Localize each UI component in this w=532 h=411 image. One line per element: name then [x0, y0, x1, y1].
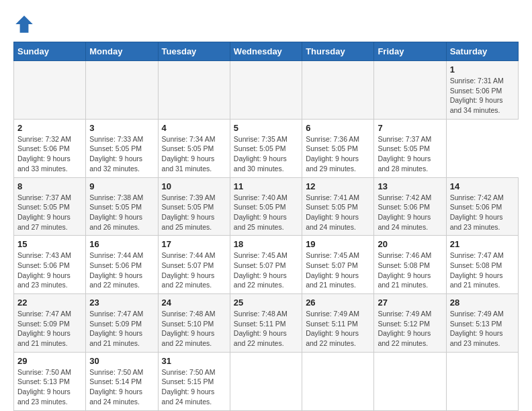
day-number: 22: [17, 298, 82, 308]
day-info: Sunrise: 7:41 AMSunset: 5:05 PMDaylight:…: [306, 193, 370, 232]
day-cell: 23Sunrise: 7:47 AMSunset: 5:09 PMDayligh…: [86, 294, 158, 353]
day-info: Sunrise: 7:46 AMSunset: 5:08 PMDaylight:…: [378, 250, 442, 290]
day-number: 9: [89, 181, 154, 191]
day-cell: 12Sunrise: 7:41 AMSunset: 5:05 PMDayligh…: [302, 177, 374, 236]
day-number: 7: [378, 123, 442, 133]
day-info: Sunrise: 7:42 AMSunset: 5:06 PMDaylight:…: [378, 193, 442, 232]
empty-cell: [374, 352, 446, 410]
day-info: Sunrise: 7:35 AMSunset: 5:05 PMDaylight:…: [234, 134, 298, 174]
day-number: 24: [162, 298, 226, 308]
day-info: Sunrise: 7:43 AMSunset: 5:06 PMDaylight:…: [17, 250, 82, 290]
day-cell: 2Sunrise: 7:32 AMSunset: 5:06 PMDaylight…: [14, 119, 86, 177]
day-cell: 10Sunrise: 7:39 AMSunset: 5:05 PMDayligh…: [158, 177, 230, 236]
day-cell: 28Sunrise: 7:49 AMSunset: 5:13 PMDayligh…: [446, 294, 518, 353]
day-number: 18: [234, 239, 298, 249]
day-cell: 20Sunrise: 7:46 AMSunset: 5:08 PMDayligh…: [374, 236, 446, 294]
day-number: 15: [17, 239, 82, 249]
days-of-week-row: SundayMondayTuesdayWednesdayThursdayFrid…: [14, 42, 519, 61]
day-cell: 9Sunrise: 7:38 AMSunset: 5:05 PMDaylight…: [86, 177, 158, 236]
day-cell: 18Sunrise: 7:45 AMSunset: 5:07 PMDayligh…: [230, 236, 302, 294]
day-info: Sunrise: 7:44 AMSunset: 5:07 PMDaylight:…: [162, 250, 226, 290]
day-info: Sunrise: 7:38 AMSunset: 5:05 PMDaylight:…: [89, 193, 154, 232]
day-cell: 1Sunrise: 7:31 AMSunset: 5:06 PMDaylight…: [446, 61, 518, 120]
day-info: Sunrise: 7:40 AMSunset: 5:05 PMDaylight:…: [234, 193, 298, 232]
day-number: 29: [17, 356, 82, 366]
day-cell: 30Sunrise: 7:50 AMSunset: 5:14 PMDayligh…: [86, 352, 158, 410]
day-cell: 31Sunrise: 7:50 AMSunset: 5:15 PMDayligh…: [158, 352, 230, 410]
empty-cell: [374, 61, 446, 120]
day-cell: 13Sunrise: 7:42 AMSunset: 5:06 PMDayligh…: [374, 177, 446, 236]
day-number: 14: [450, 181, 515, 191]
day-cell: 15Sunrise: 7:43 AMSunset: 5:06 PMDayligh…: [14, 236, 86, 294]
day-number: 30: [89, 356, 154, 366]
day-cell: 4Sunrise: 7:34 AMSunset: 5:05 PMDaylight…: [158, 119, 230, 177]
day-cell: 27Sunrise: 7:49 AMSunset: 5:12 PMDayligh…: [374, 294, 446, 353]
day-cell: 25Sunrise: 7:48 AMSunset: 5:11 PMDayligh…: [230, 294, 302, 353]
day-number: 26: [306, 298, 370, 308]
day-cell: 26Sunrise: 7:49 AMSunset: 5:11 PMDayligh…: [302, 294, 374, 353]
day-info: Sunrise: 7:37 AMSunset: 5:05 PMDaylight:…: [378, 134, 442, 174]
day-info: Sunrise: 7:47 AMSunset: 5:09 PMDaylight:…: [89, 309, 154, 349]
empty-cell: [446, 352, 518, 410]
day-number: 4: [162, 123, 226, 133]
day-cell: 22Sunrise: 7:47 AMSunset: 5:09 PMDayligh…: [14, 294, 86, 353]
day-info: Sunrise: 7:32 AMSunset: 5:06 PMDaylight:…: [17, 134, 82, 174]
day-info: Sunrise: 7:45 AMSunset: 5:07 PMDaylight:…: [234, 250, 298, 290]
day-number: 16: [89, 239, 154, 249]
day-cell: 19Sunrise: 7:45 AMSunset: 5:07 PMDayligh…: [302, 236, 374, 294]
header: [13, 13, 519, 35]
day-number: 31: [162, 356, 226, 366]
calendar-week-row: 22Sunrise: 7:47 AMSunset: 5:09 PMDayligh…: [14, 294, 519, 353]
empty-cell: [230, 352, 302, 410]
calendar-week-row: 1Sunrise: 7:31 AMSunset: 5:06 PMDaylight…: [14, 61, 519, 120]
day-info: Sunrise: 7:50 AMSunset: 5:14 PMDaylight:…: [89, 367, 154, 407]
day-cell: 7Sunrise: 7:37 AMSunset: 5:05 PMDaylight…: [374, 119, 446, 177]
day-of-week-header: Sunday: [14, 42, 86, 61]
day-number: 1: [450, 64, 515, 75]
day-info: Sunrise: 7:39 AMSunset: 5:05 PMDaylight:…: [162, 193, 226, 232]
day-number: 20: [378, 239, 442, 249]
empty-cell: [14, 61, 86, 120]
day-number: 23: [89, 298, 154, 308]
day-info: Sunrise: 7:49 AMSunset: 5:13 PMDaylight:…: [450, 309, 515, 349]
day-number: 25: [234, 298, 298, 308]
svg-marker-0: [15, 15, 33, 33]
day-cell: 21Sunrise: 7:47 AMSunset: 5:08 PMDayligh…: [446, 236, 518, 294]
day-number: 6: [306, 123, 370, 133]
day-number: 2: [17, 123, 82, 133]
day-number: 17: [162, 239, 226, 249]
day-info: Sunrise: 7:47 AMSunset: 5:08 PMDaylight:…: [450, 250, 515, 290]
day-info: Sunrise: 7:44 AMSunset: 5:06 PMDaylight:…: [89, 250, 154, 290]
day-cell: 3Sunrise: 7:33 AMSunset: 5:05 PMDaylight…: [86, 119, 158, 177]
day-cell: 24Sunrise: 7:48 AMSunset: 5:10 PMDayligh…: [158, 294, 230, 353]
day-of-week-header: Tuesday: [158, 42, 230, 61]
day-info: Sunrise: 7:48 AMSunset: 5:10 PMDaylight:…: [162, 309, 226, 349]
day-info: Sunrise: 7:48 AMSunset: 5:11 PMDaylight:…: [234, 309, 298, 349]
day-cell: 29Sunrise: 7:50 AMSunset: 5:13 PMDayligh…: [14, 352, 86, 410]
day-cell: 6Sunrise: 7:36 AMSunset: 5:05 PMDaylight…: [302, 119, 374, 177]
calendar-week-row: 15Sunrise: 7:43 AMSunset: 5:06 PMDayligh…: [14, 236, 519, 294]
day-of-week-header: Saturday: [446, 42, 518, 61]
day-number: 11: [234, 181, 298, 191]
logo-icon: [13, 13, 35, 35]
calendar-header: SundayMondayTuesdayWednesdayThursdayFrid…: [14, 42, 519, 61]
day-of-week-header: Friday: [374, 42, 446, 61]
day-number: 3: [89, 123, 154, 133]
day-of-week-header: Wednesday: [230, 42, 302, 61]
day-info: Sunrise: 7:37 AMSunset: 5:05 PMDaylight:…: [17, 193, 82, 232]
calendar-table: SundayMondayTuesdayWednesdayThursdayFrid…: [13, 42, 519, 411]
day-number: 27: [378, 298, 442, 308]
day-info: Sunrise: 7:42 AMSunset: 5:06 PMDaylight:…: [450, 193, 515, 232]
day-number: 10: [162, 181, 226, 191]
logo: [13, 13, 38, 35]
day-cell: 8Sunrise: 7:37 AMSunset: 5:05 PMDaylight…: [14, 177, 86, 236]
day-info: Sunrise: 7:36 AMSunset: 5:05 PMDaylight:…: [306, 134, 370, 174]
calendar-body: 1Sunrise: 7:31 AMSunset: 5:06 PMDaylight…: [14, 61, 519, 411]
day-of-week-header: Monday: [86, 42, 158, 61]
empty-cell: [302, 61, 374, 120]
day-info: Sunrise: 7:34 AMSunset: 5:05 PMDaylight:…: [162, 134, 226, 174]
day-number: 19: [306, 239, 370, 249]
day-info: Sunrise: 7:49 AMSunset: 5:11 PMDaylight:…: [306, 309, 370, 349]
day-number: 12: [306, 181, 370, 191]
day-cell: 14Sunrise: 7:42 AMSunset: 5:06 PMDayligh…: [446, 177, 518, 236]
